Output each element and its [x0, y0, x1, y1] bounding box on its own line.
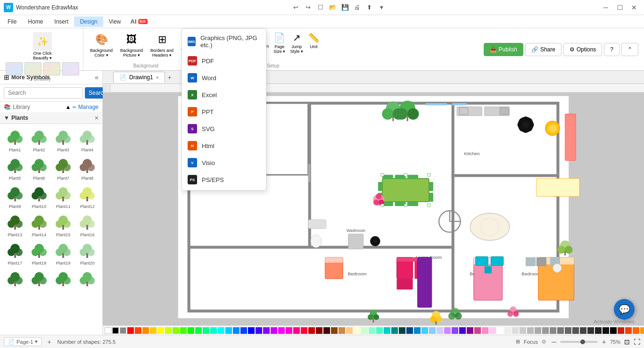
focus-icon[interactable]: ⊙ — [542, 339, 546, 345]
options-button[interactable]: ⚙ Options — [563, 43, 602, 56]
plant-item[interactable]: Plant12 — [76, 184, 99, 211]
color-swatch[interactable] — [640, 327, 644, 334]
redo-button[interactable]: ↪ — [303, 2, 314, 13]
color-swatch[interactable] — [595, 327, 602, 334]
export-excel-button[interactable]: XExcel — [182, 86, 266, 103]
color-swatch[interactable] — [489, 327, 496, 334]
plant-item[interactable]: Plant9 — [4, 184, 26, 211]
plant-item[interactable]: Plant2 — [28, 128, 50, 154]
borders-headers-button[interactable]: ⊞ Borders andHeaders ▾ — [148, 30, 176, 59]
plant-item[interactable]: Plant1 — [4, 128, 26, 154]
color-swatch[interactable] — [633, 327, 639, 334]
plant-item[interactable]: Plant6 — [28, 156, 50, 182]
plant-item[interactable]: Plant8 — [76, 156, 99, 182]
export-graphics-button[interactable]: IMGGraphics (PNG, JPG etc.) — [182, 31, 266, 52]
color-swatch[interactable] — [625, 327, 632, 334]
color-swatch[interactable] — [150, 327, 157, 334]
plant-item[interactable] — [76, 269, 99, 290]
color-swatch[interactable] — [316, 327, 322, 334]
color-swatch[interactable] — [384, 327, 390, 334]
close-button[interactable]: ✕ — [628, 3, 640, 12]
color-swatch[interactable] — [195, 327, 202, 334]
color-swatch[interactable] — [331, 327, 338, 334]
color-swatch[interactable] — [346, 327, 353, 334]
color-swatch[interactable] — [572, 327, 579, 334]
zoom-out-button[interactable]: ─ — [550, 338, 558, 346]
save-button[interactable]: 💾 — [339, 2, 351, 13]
color-swatch[interactable] — [610, 327, 617, 334]
help-button[interactable]: ? — [604, 43, 619, 56]
plant-item[interactable]: Plant16 — [76, 213, 99, 239]
color-swatch[interactable] — [618, 327, 624, 334]
color-swatch[interactable] — [565, 327, 571, 334]
beautify-style-2[interactable] — [25, 62, 41, 75]
zoom-slider[interactable] — [560, 341, 598, 343]
plant-item[interactable]: Plant11 — [52, 184, 74, 211]
search-input[interactable] — [4, 87, 83, 99]
plant-item[interactable]: Plant20 — [76, 241, 99, 267]
plant-item[interactable] — [4, 269, 26, 290]
color-swatch[interactable] — [467, 327, 473, 334]
color-swatch[interactable] — [444, 327, 451, 334]
color-swatch[interactable] — [603, 327, 609, 334]
color-swatch[interactable] — [587, 327, 594, 334]
export-visio-button[interactable]: VVisio — [182, 154, 266, 171]
plant-item[interactable] — [28, 269, 50, 290]
color-swatch[interactable] — [504, 327, 511, 334]
color-swatch[interactable] — [142, 327, 149, 334]
color-swatch[interactable] — [512, 327, 519, 334]
share-button[interactable]: 🔗 Share — [525, 43, 561, 56]
color-swatch[interactable] — [354, 327, 360, 334]
plant-item[interactable]: Plant15 — [52, 213, 74, 239]
plant-item[interactable]: Plant19 — [52, 241, 74, 267]
color-swatch[interactable] — [127, 327, 134, 334]
plant-item[interactable]: Plant10 — [28, 184, 50, 211]
export-word-button[interactable]: WWord — [182, 69, 266, 86]
export-pdf-button[interactable]: PDFPDF — [182, 52, 266, 69]
color-swatch[interactable] — [550, 327, 556, 334]
plant-item[interactable]: Plant7 — [52, 156, 74, 182]
color-swatch[interactable] — [105, 327, 111, 334]
export-ppt-button[interactable]: PPPT — [182, 103, 266, 120]
color-swatch[interactable] — [414, 327, 421, 334]
plant-item[interactable]: Plant18 — [28, 241, 50, 267]
color-swatch[interactable] — [263, 327, 270, 334]
plants-close-button[interactable]: × — [95, 114, 99, 122]
color-swatch[interactable] — [286, 327, 292, 334]
unit-button[interactable]: 📏 Unit — [306, 30, 322, 56]
plant-item[interactable]: Plant3 — [52, 128, 74, 154]
color-swatch[interactable] — [369, 327, 375, 334]
one-click-beautify-button[interactable]: ✨ One ClickBeautify ▾ — [31, 30, 54, 62]
color-swatch[interactable] — [437, 327, 443, 334]
print-button[interactable]: 🖨 — [352, 2, 363, 13]
color-swatch[interactable] — [452, 327, 458, 334]
zoom-in-button[interactable]: + — [600, 338, 608, 346]
maximize-button[interactable]: ☐ — [614, 3, 626, 12]
color-swatch[interactable] — [112, 327, 119, 334]
color-swatch[interactable] — [459, 327, 466, 334]
color-swatch[interactable] — [180, 327, 187, 334]
plant-item[interactable]: Plant4 — [76, 128, 99, 154]
color-swatch[interactable] — [520, 327, 526, 334]
add-tab-button[interactable]: + — [165, 73, 174, 82]
color-swatch[interactable] — [203, 327, 209, 334]
color-swatch[interactable] — [248, 327, 255, 334]
export-svg-button[interactable]: SSVG — [182, 120, 266, 137]
color-swatch[interactable] — [497, 327, 504, 334]
menu-insert[interactable]: Insert — [49, 17, 74, 27]
color-swatch[interactable] — [399, 327, 405, 334]
color-swatch[interactable] — [580, 327, 586, 334]
color-swatch[interactable] — [429, 327, 436, 334]
plant-item[interactable]: Plant13 — [4, 213, 26, 239]
sidebar-collapse-button[interactable]: « — [95, 74, 99, 81]
bg-color-button[interactable]: 🎨 BackgroundColor ▾ — [87, 30, 116, 59]
color-swatch[interactable] — [210, 327, 217, 334]
plant-item[interactable] — [52, 269, 74, 290]
menu-home[interactable]: Home — [22, 17, 49, 27]
export-title-button[interactable]: ⬆ — [364, 2, 375, 13]
color-swatch[interactable] — [135, 327, 141, 334]
color-swatch[interactable] — [188, 327, 194, 334]
beautify-style-1[interactable] — [6, 62, 23, 75]
plant-item[interactable]: Plant14 — [28, 213, 50, 239]
fit-page-button[interactable]: ⊡ — [624, 338, 630, 346]
